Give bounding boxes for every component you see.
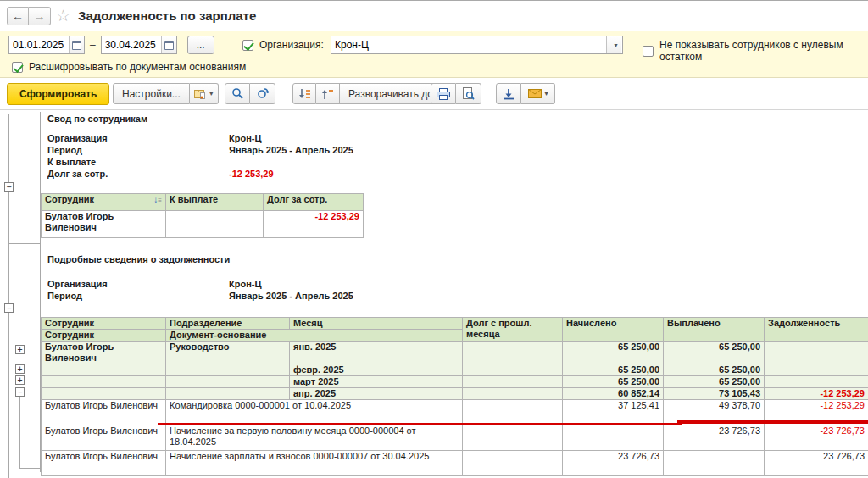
organization-dropdown-button[interactable]: ▾	[606, 36, 621, 53]
cell-month: февр. 2025	[290, 364, 463, 376]
row-expander-feb[interactable]: +	[15, 364, 25, 374]
app-window: ← → ☆ Задолженность по зарплате – ... Ор…	[0, 0, 868, 478]
group-tree-line	[8, 243, 40, 244]
print-preview-button[interactable]	[456, 83, 481, 104]
cell-department	[166, 376, 290, 388]
summary-row-debt: -12 253,29	[264, 211, 364, 238]
generate-report-button[interactable]: Сформировать	[7, 83, 109, 105]
organization-field: ▾	[331, 36, 623, 54]
cell-employee	[42, 388, 166, 400]
search-next-icon	[256, 87, 270, 100]
date-to-field	[101, 36, 177, 54]
group-expander-summary[interactable]: −	[4, 182, 14, 192]
table-row: Булатов Игорь Виленович Начисление зарпл…	[42, 451, 868, 476]
details-period-label: Период	[47, 291, 229, 301]
date-from-field	[8, 36, 85, 54]
decrypt-by-documents-checkbox[interactable]	[12, 62, 23, 73]
group-tree-line	[19, 393, 20, 468]
summary-topay-label: К выплате	[47, 157, 229, 167]
report-toolbar: Сформировать Настройки... ▾	[0, 78, 868, 110]
forward-button[interactable]: →	[29, 7, 51, 25]
summary-section-title: Свод по сотрудникам	[47, 114, 147, 124]
cell-employee	[42, 376, 166, 388]
col-employee: Сотрудник	[42, 318, 166, 330]
cell-paid: 65 250,00	[664, 376, 765, 388]
date-to-calendar-button[interactable]	[161, 36, 176, 53]
table-row: февр. 2025 65 250,00 65 250,00	[42, 364, 868, 376]
summary-header-fields: ОрганизацияКрон-Ц ПериодЯнварь 2025 - Ап…	[47, 132, 353, 180]
expand-groups-button[interactable]	[292, 83, 316, 104]
organization-label: Организация:	[259, 39, 324, 51]
col-department: Подразделение	[166, 318, 290, 330]
cell-employee	[42, 364, 166, 376]
cell-paid: 73 105,43	[664, 388, 765, 400]
sort-descending-icon[interactable]: ↓≡	[153, 194, 162, 206]
date-to-input[interactable]	[102, 36, 161, 53]
col-accrued: Начислено	[563, 318, 664, 342]
group-expander-details[interactable]: −	[4, 303, 14, 313]
details-period-value: Январь 2025 - Апрель 2025	[229, 291, 353, 301]
calendar-icon	[164, 41, 174, 50]
cell-employee: Булатов Игорь Виленович	[42, 400, 166, 425]
cell-employee: Булатов Игорь Виленович	[42, 342, 166, 364]
search-button[interactable]	[225, 83, 250, 104]
table-row: Булатов Игорь Виленович Начисление за пе…	[42, 425, 868, 451]
chevron-down-icon: ▾	[209, 90, 213, 97]
table-row: Булатов Игорь Виленович Руководство янв.…	[42, 342, 868, 364]
favorite-star-icon[interactable]: ☆	[56, 6, 70, 25]
summary-period-value: Январь 2025 - Апрель 2025	[229, 145, 353, 155]
chevron-down-icon: ▾	[545, 90, 548, 97]
cell-prev	[463, 342, 563, 364]
expand-to-label: Разворачивать до	[348, 88, 433, 100]
summary-col-debt: Долг за сотр.	[264, 194, 364, 211]
report-variant-icon	[194, 88, 206, 99]
period-more-button[interactable]: ...	[187, 36, 214, 54]
cell-paid	[664, 451, 765, 476]
cell-debt	[765, 342, 868, 364]
col-employee-2: Сотрудник	[42, 330, 166, 342]
printer-icon	[437, 88, 450, 100]
cell-prev	[463, 400, 563, 425]
cell-prev	[463, 388, 563, 400]
row-expander-apr[interactable]: −	[15, 387, 25, 397]
report-variants-button[interactable]: ▾	[190, 83, 219, 104]
summary-row-employee: Булатов Игорь Виленович	[42, 211, 166, 238]
cell-department	[166, 364, 290, 376]
envelope-icon	[528, 89, 542, 98]
cell-department	[166, 388, 290, 400]
cell-paid: 65 250,00	[664, 342, 765, 364]
date-from-calendar-button[interactable]	[69, 36, 84, 53]
settings-button[interactable]: Настройки...	[113, 83, 190, 104]
hide-zero-balance-checkbox[interactable]	[643, 46, 654, 57]
search-next-button[interactable]	[250, 83, 275, 104]
organization-checkbox[interactable]	[242, 40, 253, 51]
back-button[interactable]: ←	[7, 7, 29, 25]
save-report-button[interactable]	[496, 83, 521, 104]
red-annotation-line	[677, 420, 868, 424]
cell-debt	[765, 376, 868, 388]
print-button[interactable]	[431, 83, 456, 104]
summary-period-label: Период	[47, 145, 229, 155]
cell-paid: 23 726,73	[664, 425, 765, 451]
cell-month: янв. 2025	[290, 342, 463, 364]
summary-debt-label: Долг за сотр.	[47, 169, 229, 179]
cell-accrued	[563, 425, 664, 451]
date-from-input[interactable]	[9, 36, 69, 53]
table-row: март 2025 65 250,00 65 250,00	[42, 376, 868, 388]
cell-document: Начисление за первую половину месяца 000…	[166, 425, 463, 451]
row-expander-jan[interactable]: +	[15, 345, 25, 354]
organization-input[interactable]	[331, 36, 606, 53]
send-email-button[interactable]: ▾	[521, 83, 555, 104]
cell-accrued: 60 852,14	[563, 388, 664, 400]
search-icon	[231, 87, 244, 100]
cell-month: апр. 2025	[290, 388, 463, 400]
group-tree-line	[19, 468, 40, 469]
cell-employee: Булатов Игорь Виленович	[42, 425, 166, 451]
cell-accrued: 65 250,00	[563, 364, 664, 376]
collapse-groups-button[interactable]	[316, 83, 340, 104]
filter-panel: – ... Организация: ▾ Не показывать сотру…	[0, 31, 868, 78]
hide-zero-balance-label: Не показывать сотрудников с нулевым оста…	[659, 39, 868, 63]
row-expander-mar[interactable]: +	[15, 375, 25, 385]
col-prev-debt: Долг с прошл. месяца	[463, 318, 563, 342]
calendar-icon	[72, 41, 81, 50]
